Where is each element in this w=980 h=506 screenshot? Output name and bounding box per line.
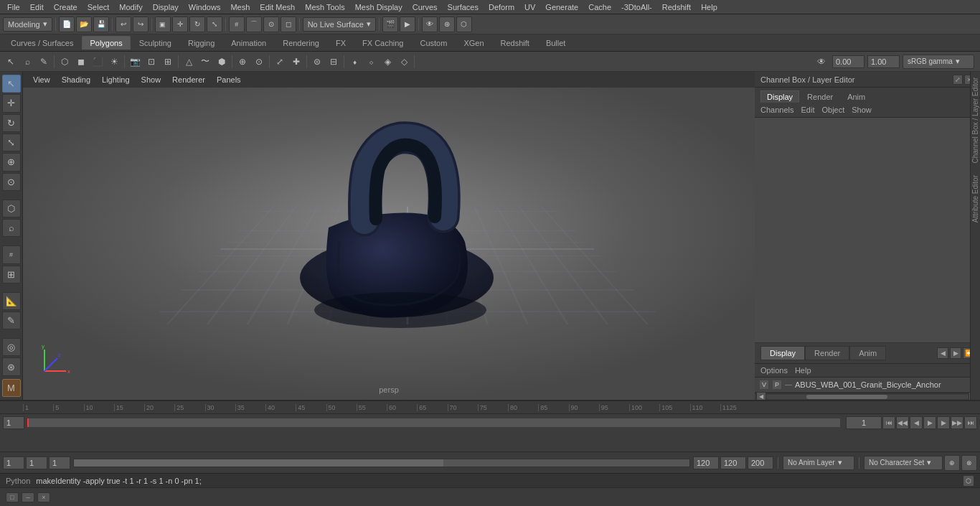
lasso-btn[interactable]: ⌕: [2, 219, 21, 237]
panel-float-btn[interactable]: ⤢: [953, 75, 963, 85]
cb-tab-anim[interactable]: Anim: [841, 90, 872, 103]
tb-mirror-icon[interactable]: ⊟: [326, 54, 341, 70]
menu-meshtools[interactable]: Mesh Tools: [301, 1, 349, 13]
tb-subd-icon[interactable]: ⬢: [214, 54, 230, 70]
menu-cache[interactable]: Cache: [584, 1, 616, 13]
wireframe-btn[interactable]: ⬡: [456, 17, 472, 32]
layer-item[interactable]: V P ABUS_WBA_001_Granit_Bicycle_Anchor: [755, 378, 980, 393]
menu-help[interactable]: Help: [697, 1, 722, 13]
snap-point[interactable]: ⊙: [263, 17, 279, 32]
tb-more1-icon[interactable]: ⬧: [347, 54, 362, 70]
tb-pivot-icon[interactable]: ✚: [288, 54, 304, 70]
select-mode-btn[interactable]: ↖: [2, 75, 21, 93]
range-end-field[interactable]: 120: [693, 456, 719, 469]
open-btn[interactable]: 📂: [76, 17, 92, 32]
undo-btn[interactable]: ↩: [116, 17, 131, 32]
float1-field[interactable]: 0.00: [832, 55, 864, 68]
bc-btn2[interactable]: ⊗: [961, 455, 977, 471]
frame-field2[interactable]: 1: [26, 456, 47, 469]
tb-nurbs-icon[interactable]: 〜: [197, 54, 213, 70]
tb-wire-icon[interactable]: ⬡: [57, 54, 72, 70]
tab-animation[interactable]: Animation: [223, 36, 274, 50]
vp-shading[interactable]: Shading: [57, 74, 95, 85]
anim-layer-dropdown[interactable]: No Anim Layer ▾: [783, 456, 854, 470]
tab-sculpting[interactable]: Sculpting: [131, 36, 179, 50]
tb-persp-icon[interactable]: ⊡: [143, 54, 159, 70]
max-range-field[interactable]: 200: [748, 456, 773, 469]
isolate-select-btn[interactable]: ⊛: [2, 357, 21, 375]
menu-create[interactable]: Create: [50, 1, 82, 13]
menu-deform[interactable]: Deform: [484, 1, 519, 13]
tab-fx-caching[interactable]: FX Caching: [354, 36, 411, 50]
pb-to-end[interactable]: ⏭: [964, 416, 977, 429]
frame-start-field[interactable]: 1: [3, 456, 24, 469]
menu-windows[interactable]: Windows: [184, 1, 225, 13]
pb-to-start[interactable]: ⏮: [882, 416, 895, 429]
pb-next-frame[interactable]: ▶: [937, 416, 950, 429]
render-btn[interactable]: 🎬: [382, 17, 398, 32]
tab-custom[interactable]: Custom: [413, 36, 456, 50]
snap-grid-btn[interactable]: #: [2, 245, 21, 263]
save-btn[interactable]: 💾: [93, 17, 109, 32]
pb-play[interactable]: ▶: [923, 416, 936, 429]
pb-step-back[interactable]: ◀◀: [896, 416, 909, 429]
tab-xgen[interactable]: XGen: [456, 36, 491, 50]
tab-curves-surfaces[interactable]: Curves / Surfaces: [3, 36, 81, 50]
menu-meshdisplay[interactable]: Mesh Display: [351, 1, 407, 13]
layers-tab-anim[interactable]: Anim: [849, 346, 886, 360]
pb-prev-frame[interactable]: ◀: [910, 416, 923, 429]
scroll-thumb[interactable]: [806, 395, 887, 399]
cb-tab-display[interactable]: Display: [760, 90, 799, 103]
gamma-dropdown[interactable]: sRGB gamma ▾: [903, 55, 974, 69]
python-label[interactable]: Python: [6, 477, 30, 485]
move-mode-btn[interactable]: ✛: [2, 94, 21, 112]
mode-dropdown[interactable]: Modeling ▾: [3, 17, 52, 32]
snap-surface[interactable]: ◻: [281, 17, 296, 32]
menu-editmesh[interactable]: Edit Mesh: [255, 1, 299, 13]
tb-cam-icon[interactable]: 📷: [127, 54, 143, 70]
python-expand-btn[interactable]: ⬡: [963, 475, 974, 487]
layers-help-menu[interactable]: Help: [795, 366, 811, 375]
vp-renderer[interactable]: Renderer: [168, 74, 209, 85]
object-menu[interactable]: Object: [821, 106, 844, 114]
vp-panels[interactable]: Panels: [212, 74, 245, 85]
tab-fx[interactable]: FX: [328, 36, 354, 50]
vp-show[interactable]: Show: [137, 74, 166, 85]
menu-surfaces[interactable]: Surfaces: [443, 1, 483, 13]
live-surface-dropdown[interactable]: No Live Surface ▾: [303, 17, 376, 32]
frame-display[interactable]: 1: [846, 416, 882, 429]
menu-display[interactable]: Display: [149, 1, 183, 13]
soft-select-btn[interactable]: ⊙: [2, 173, 21, 191]
scale-mode-btn[interactable]: ⤡: [2, 133, 21, 151]
float2-field[interactable]: 1.00: [867, 55, 900, 68]
menu-file[interactable]: File: [3, 1, 24, 13]
layers-tab-render[interactable]: Render: [805, 346, 849, 360]
menu-mesh[interactable]: Mesh: [226, 1, 254, 13]
layers-scroll-right-btn[interactable]: ▶: [950, 347, 961, 359]
tab-rigging[interactable]: Rigging: [180, 36, 222, 50]
tb-snap-icon[interactable]: ⊕: [235, 54, 250, 70]
frame-end-field[interactable]: 120: [720, 456, 746, 469]
tb-more3-icon[interactable]: ◈: [380, 54, 395, 70]
tb-poly-icon[interactable]: △: [181, 54, 197, 70]
tb-soft-icon[interactable]: ⊙: [251, 54, 267, 70]
layers-options-menu[interactable]: Options: [760, 366, 788, 375]
new-scene-btn[interactable]: 📄: [59, 17, 75, 32]
isolate-btn[interactable]: ⊛: [439, 17, 455, 32]
tb-xform-icon[interactable]: ⤢: [272, 54, 288, 70]
rotate-tool[interactable]: ↻: [189, 17, 205, 32]
layers-scrollbar[interactable]: ◀ ▶: [755, 393, 980, 400]
tb-shade-icon[interactable]: ◼: [73, 54, 89, 70]
edit-menu[interactable]: Edit: [801, 106, 814, 114]
paint-btn[interactable]: ✎: [2, 311, 21, 329]
menu-curves[interactable]: Curves: [408, 1, 442, 13]
show-manip-btn[interactable]: ⬡: [2, 200, 21, 217]
bc-btn1[interactable]: ⊕: [944, 455, 960, 471]
attribute-editor-side-label[interactable]: Attribute Editor: [971, 169, 980, 228]
vp-view[interactable]: View: [29, 74, 55, 85]
select-tool[interactable]: ▣: [155, 17, 171, 32]
show-menu[interactable]: Show: [852, 106, 872, 114]
rotate-mode-btn[interactable]: ↻: [2, 114, 21, 132]
tb-texture-icon[interactable]: ⬛: [90, 54, 105, 70]
menu-3dtoall[interactable]: -3DtoAll-: [617, 1, 656, 13]
